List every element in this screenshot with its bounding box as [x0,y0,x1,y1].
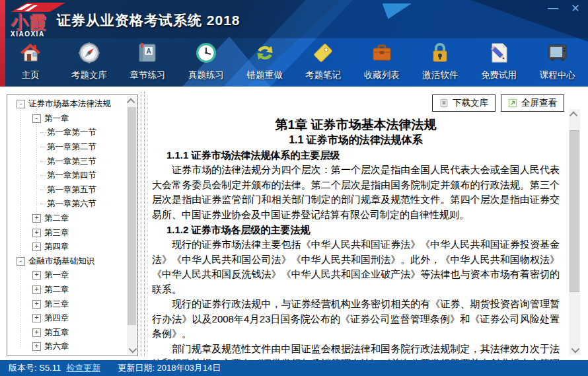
tree-scrollbar-thumb[interactable] [128,107,136,325]
svg-text:A: A [147,48,151,55]
panel-splitter[interactable] [141,92,145,356]
toolbar-item-label: 激活软件 [422,69,458,81]
expand-icon[interactable]: + [32,229,41,237]
main-area: -证券市场基本法律法规-第一章第一章第一节第一章第二节第一章第三节第一章第四节第… [0,87,588,360]
tree-node[interactable]: 第一章第五节 [7,183,127,198]
tree-node[interactable]: +第六章 [7,340,127,354]
doc-heading: 1.1.2 证券市场各层级的主要法规 [152,222,560,237]
tree-node-label: 第一章第六节 [47,198,96,209]
clock-icon [194,41,218,67]
toolbar-item-label: 收藏列表 [364,69,400,81]
tree-node[interactable]: -证券市场基本法律法规 [7,97,127,112]
recycle-icon [253,41,277,67]
tree-node[interactable]: +第四章 [7,311,127,326]
tree-node[interactable]: 第一章第三节 [7,154,127,169]
tree-node-label: 第一章第四节 [47,170,96,181]
toolbar-item-2[interactable]: 考题文库 [60,41,119,85]
briefcase-icon [370,41,394,67]
tree-node[interactable]: +第五章 [7,326,127,340]
tree-node[interactable]: +第四章 [7,240,127,254]
toolbar-item-1[interactable]: 主页 [1,41,60,85]
tree-connector [40,190,46,190]
title-bar: 小霞 XIAOXIA 证券从业资格考试系统 2018 — ✕ 主页考题文库A章节… [0,0,588,87]
compass-icon [77,41,101,67]
toolbar: 主页考题文库A章节练习真题练习错题重做考题笔记收藏列表激活软件免费试用课程中心 [1,41,587,85]
scroll-up-icon[interactable] [127,96,137,106]
toolbar-item-3[interactable]: A章节练习 [118,41,177,85]
toolbar-item-5[interactable]: 错题重做 [235,41,294,85]
tree-node-label: 证券市场基本法律法规 [28,98,111,110]
minimize-button[interactable]: — [546,1,560,16]
toolbar-item-4[interactable]: 真题练习 [177,41,236,85]
tree-node[interactable]: 第一章第二节 [7,140,127,155]
toolbar-item-label: 主页 [22,69,40,81]
chapter-tree: -证券市场基本法律法规-第一章第一章第一节第一章第二节第一章第三节第一章第四节第… [7,97,127,356]
expand-icon[interactable]: + [32,314,41,322]
tree-node[interactable]: -金融市场基础知识 [7,254,127,269]
tag-icon [311,41,335,67]
book-icon: A [135,41,159,67]
collapse-icon[interactable]: - [32,114,41,123]
tree-node[interactable]: 第一章第四节 [7,169,127,183]
doc-paragraph: 部门规章及规范性文件由中国证监会根据法律和国务院行政法规制定，其法律效力次于法律… [152,342,560,361]
scroll-down-icon[interactable] [127,344,137,355]
tree-node[interactable]: +第二章 [7,283,127,297]
fullscreen-view-button[interactable]: 全屏查看 [501,94,564,112]
collapse-icon[interactable]: - [17,100,25,108]
content-scrollbar[interactable] [569,109,580,355]
toolbar-item-8[interactable]: 激活软件 [411,41,470,85]
expand-icon[interactable]: + [32,342,41,351]
tree-connector [40,175,46,176]
tree-node-label: 第四章 [44,313,69,324]
expand-icon[interactable]: + [32,243,41,251]
lock-icon [428,41,452,67]
tree-node[interactable]: +第三章 [7,225,127,240]
scroll-up-icon[interactable] [569,109,580,120]
tree-node-label: 第一章第五节 [47,184,96,196]
toolbar-item-7[interactable]: 收藏列表 [353,41,412,85]
tree-node[interactable]: +第一章 [7,268,127,283]
expand-icon[interactable]: + [32,300,41,309]
tree-node[interactable]: 第一章第六节 [7,197,127,211]
toolbar-item-label: 考题文库 [71,69,107,81]
expand-icon[interactable]: + [32,328,41,337]
window-title: 证券从业资格考试系统 2018 [57,11,240,30]
tree-node-label: 第四章 [44,241,69,252]
toolbar-item-6[interactable]: 考题笔记 [294,41,353,85]
doc-heading: 1.1.1 证券市场法律法规体系的主要层级 [152,147,560,163]
close-button[interactable]: ✕ [568,1,583,16]
tree-node[interactable]: -第一章 [7,112,127,126]
doc-paragraph: 证券市场的法律法规分为四个层次：第一个层次是指由全国人民代表大会或全国人民代表大… [152,163,560,222]
tree-node[interactable]: +第三章 [7,297,127,311]
toolbar-item-label: 考题笔记 [305,69,341,81]
tree-node-label: 第三章 [44,227,69,239]
content-scrollbar-thumb[interactable] [570,130,579,292]
toolbar-item-9[interactable]: 免费试用 [470,41,529,85]
tree-node-label: 第一章 [44,113,69,124]
home-icon [18,41,42,67]
toolbar-item-label: 课程中心 [540,69,575,81]
tree-node-label: 第六章 [44,341,69,352]
expand-icon[interactable]: + [32,214,41,223]
toolbar-item-label: 错题重做 [247,69,283,81]
tree-connector [40,132,46,133]
expand-icon[interactable]: + [32,271,41,280]
tree-node[interactable]: 第一章第一节 [7,126,127,140]
download-library-label: 下载文库 [453,97,488,109]
download-library-button[interactable]: 下载文库 [432,94,496,112]
fullscreen-view-label: 全屏查看 [521,97,557,109]
tree-node-label: 第一章第二节 [47,141,96,153]
check-update-link[interactable]: 检查更新 [66,362,100,374]
scroll-down-icon[interactable] [569,344,580,355]
tree-node-label: 第一章第一节 [47,127,96,138]
tree-scrollbar[interactable] [127,96,137,355]
tree-connector [40,147,46,147]
expand-icon[interactable]: + [32,285,41,294]
chapter-title: 第1章 证券市场基本法律法规 [152,117,560,133]
collapse-icon[interactable]: - [17,257,25,266]
toolbar-item-10[interactable]: 课程中心 [528,41,587,85]
tree-connector [40,204,46,204]
tree-node-label: 第二章 [44,284,69,295]
tree-node[interactable]: +第二章 [7,211,127,226]
tree-node-label: 第五章 [44,327,69,338]
